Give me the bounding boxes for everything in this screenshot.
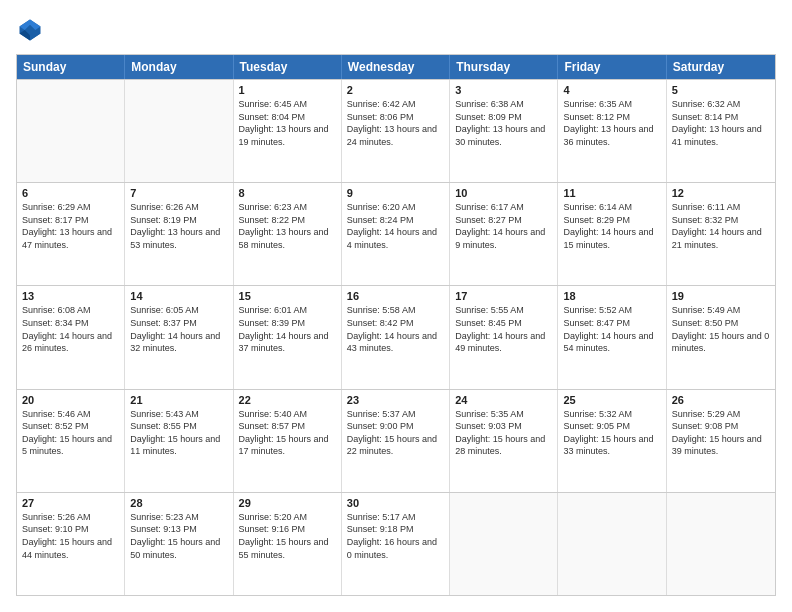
cal-cell-4-2: 21Sunrise: 5:43 AM Sunset: 8:55 PM Dayli… <box>125 390 233 492</box>
day-number: 21 <box>130 394 227 406</box>
day-number: 6 <box>22 187 119 199</box>
cal-cell-1-2 <box>125 80 233 182</box>
cell-detail: Sunrise: 6:05 AM Sunset: 8:37 PM Dayligh… <box>130 304 227 354</box>
day-number: 17 <box>455 290 552 302</box>
cell-detail: Sunrise: 5:43 AM Sunset: 8:55 PM Dayligh… <box>130 408 227 458</box>
week-row-3: 13Sunrise: 6:08 AM Sunset: 8:34 PM Dayli… <box>17 285 775 388</box>
page: SundayMondayTuesdayWednesdayThursdayFrid… <box>0 0 792 612</box>
cell-detail: Sunrise: 5:49 AM Sunset: 8:50 PM Dayligh… <box>672 304 770 354</box>
cell-detail: Sunrise: 5:40 AM Sunset: 8:57 PM Dayligh… <box>239 408 336 458</box>
header-day-tuesday: Tuesday <box>234 55 342 79</box>
day-number: 20 <box>22 394 119 406</box>
day-number: 25 <box>563 394 660 406</box>
day-number: 19 <box>672 290 770 302</box>
cal-cell-1-3: 1Sunrise: 6:45 AM Sunset: 8:04 PM Daylig… <box>234 80 342 182</box>
cell-detail: Sunrise: 5:29 AM Sunset: 9:08 PM Dayligh… <box>672 408 770 458</box>
day-number: 13 <box>22 290 119 302</box>
cal-cell-5-7 <box>667 493 775 595</box>
cell-detail: Sunrise: 6:26 AM Sunset: 8:19 PM Dayligh… <box>130 201 227 251</box>
cell-detail: Sunrise: 6:11 AM Sunset: 8:32 PM Dayligh… <box>672 201 770 251</box>
cal-cell-4-7: 26Sunrise: 5:29 AM Sunset: 9:08 PM Dayli… <box>667 390 775 492</box>
cell-detail: Sunrise: 5:32 AM Sunset: 9:05 PM Dayligh… <box>563 408 660 458</box>
cell-detail: Sunrise: 5:23 AM Sunset: 9:13 PM Dayligh… <box>130 511 227 561</box>
cal-cell-4-4: 23Sunrise: 5:37 AM Sunset: 9:00 PM Dayli… <box>342 390 450 492</box>
logo <box>16 16 48 44</box>
cal-cell-2-6: 11Sunrise: 6:14 AM Sunset: 8:29 PM Dayli… <box>558 183 666 285</box>
day-number: 9 <box>347 187 444 199</box>
cal-cell-3-7: 19Sunrise: 5:49 AM Sunset: 8:50 PM Dayli… <box>667 286 775 388</box>
cal-cell-5-5 <box>450 493 558 595</box>
cal-cell-3-6: 18Sunrise: 5:52 AM Sunset: 8:47 PM Dayli… <box>558 286 666 388</box>
cal-cell-5-1: 27Sunrise: 5:26 AM Sunset: 9:10 PM Dayli… <box>17 493 125 595</box>
cell-detail: Sunrise: 6:42 AM Sunset: 8:06 PM Dayligh… <box>347 98 444 148</box>
header-day-monday: Monday <box>125 55 233 79</box>
week-row-2: 6Sunrise: 6:29 AM Sunset: 8:17 PM Daylig… <box>17 182 775 285</box>
cal-cell-2-4: 9Sunrise: 6:20 AM Sunset: 8:24 PM Daylig… <box>342 183 450 285</box>
day-number: 2 <box>347 84 444 96</box>
header-day-thursday: Thursday <box>450 55 558 79</box>
day-number: 12 <box>672 187 770 199</box>
cell-detail: Sunrise: 6:38 AM Sunset: 8:09 PM Dayligh… <box>455 98 552 148</box>
cell-detail: Sunrise: 5:17 AM Sunset: 9:18 PM Dayligh… <box>347 511 444 561</box>
header-day-saturday: Saturday <box>667 55 775 79</box>
cell-detail: Sunrise: 6:20 AM Sunset: 8:24 PM Dayligh… <box>347 201 444 251</box>
cal-cell-3-1: 13Sunrise: 6:08 AM Sunset: 8:34 PM Dayli… <box>17 286 125 388</box>
cal-cell-2-5: 10Sunrise: 6:17 AM Sunset: 8:27 PM Dayli… <box>450 183 558 285</box>
day-number: 11 <box>563 187 660 199</box>
day-number: 22 <box>239 394 336 406</box>
cal-cell-5-4: 30Sunrise: 5:17 AM Sunset: 9:18 PM Dayli… <box>342 493 450 595</box>
cal-cell-1-1 <box>17 80 125 182</box>
cal-cell-4-5: 24Sunrise: 5:35 AM Sunset: 9:03 PM Dayli… <box>450 390 558 492</box>
week-row-1: 1Sunrise: 6:45 AM Sunset: 8:04 PM Daylig… <box>17 79 775 182</box>
calendar-body: 1Sunrise: 6:45 AM Sunset: 8:04 PM Daylig… <box>17 79 775 595</box>
cell-detail: Sunrise: 5:46 AM Sunset: 8:52 PM Dayligh… <box>22 408 119 458</box>
cal-cell-4-6: 25Sunrise: 5:32 AM Sunset: 9:05 PM Dayli… <box>558 390 666 492</box>
cal-cell-3-5: 17Sunrise: 5:55 AM Sunset: 8:45 PM Dayli… <box>450 286 558 388</box>
cal-cell-1-7: 5Sunrise: 6:32 AM Sunset: 8:14 PM Daylig… <box>667 80 775 182</box>
cell-detail: Sunrise: 5:55 AM Sunset: 8:45 PM Dayligh… <box>455 304 552 354</box>
day-number: 18 <box>563 290 660 302</box>
day-number: 23 <box>347 394 444 406</box>
cal-cell-5-2: 28Sunrise: 5:23 AM Sunset: 9:13 PM Dayli… <box>125 493 233 595</box>
week-row-5: 27Sunrise: 5:26 AM Sunset: 9:10 PM Dayli… <box>17 492 775 595</box>
cal-cell-5-3: 29Sunrise: 5:20 AM Sunset: 9:16 PM Dayli… <box>234 493 342 595</box>
cell-detail: Sunrise: 6:14 AM Sunset: 8:29 PM Dayligh… <box>563 201 660 251</box>
day-number: 3 <box>455 84 552 96</box>
cal-cell-4-3: 22Sunrise: 5:40 AM Sunset: 8:57 PM Dayli… <box>234 390 342 492</box>
logo-icon <box>16 16 44 44</box>
header <box>16 16 776 44</box>
day-number: 7 <box>130 187 227 199</box>
day-number: 26 <box>672 394 770 406</box>
calendar-header-row: SundayMondayTuesdayWednesdayThursdayFrid… <box>17 55 775 79</box>
header-day-sunday: Sunday <box>17 55 125 79</box>
cell-detail: Sunrise: 6:01 AM Sunset: 8:39 PM Dayligh… <box>239 304 336 354</box>
day-number: 30 <box>347 497 444 509</box>
cell-detail: Sunrise: 5:35 AM Sunset: 9:03 PM Dayligh… <box>455 408 552 458</box>
day-number: 29 <box>239 497 336 509</box>
day-number: 14 <box>130 290 227 302</box>
cal-cell-2-2: 7Sunrise: 6:26 AM Sunset: 8:19 PM Daylig… <box>125 183 233 285</box>
cal-cell-2-3: 8Sunrise: 6:23 AM Sunset: 8:22 PM Daylig… <box>234 183 342 285</box>
cell-detail: Sunrise: 5:58 AM Sunset: 8:42 PM Dayligh… <box>347 304 444 354</box>
cal-cell-1-4: 2Sunrise: 6:42 AM Sunset: 8:06 PM Daylig… <box>342 80 450 182</box>
cal-cell-2-7: 12Sunrise: 6:11 AM Sunset: 8:32 PM Dayli… <box>667 183 775 285</box>
cell-detail: Sunrise: 6:23 AM Sunset: 8:22 PM Dayligh… <box>239 201 336 251</box>
cal-cell-1-6: 4Sunrise: 6:35 AM Sunset: 8:12 PM Daylig… <box>558 80 666 182</box>
cell-detail: Sunrise: 5:26 AM Sunset: 9:10 PM Dayligh… <box>22 511 119 561</box>
day-number: 16 <box>347 290 444 302</box>
cell-detail: Sunrise: 5:37 AM Sunset: 9:00 PM Dayligh… <box>347 408 444 458</box>
calendar: SundayMondayTuesdayWednesdayThursdayFrid… <box>16 54 776 596</box>
day-number: 5 <box>672 84 770 96</box>
cal-cell-3-3: 15Sunrise: 6:01 AM Sunset: 8:39 PM Dayli… <box>234 286 342 388</box>
week-row-4: 20Sunrise: 5:46 AM Sunset: 8:52 PM Dayli… <box>17 389 775 492</box>
cal-cell-3-4: 16Sunrise: 5:58 AM Sunset: 8:42 PM Dayli… <box>342 286 450 388</box>
day-number: 8 <box>239 187 336 199</box>
cell-detail: Sunrise: 5:20 AM Sunset: 9:16 PM Dayligh… <box>239 511 336 561</box>
day-number: 4 <box>563 84 660 96</box>
header-day-wednesday: Wednesday <box>342 55 450 79</box>
cal-cell-1-5: 3Sunrise: 6:38 AM Sunset: 8:09 PM Daylig… <box>450 80 558 182</box>
cell-detail: Sunrise: 5:52 AM Sunset: 8:47 PM Dayligh… <box>563 304 660 354</box>
cal-cell-5-6 <box>558 493 666 595</box>
cell-detail: Sunrise: 6:45 AM Sunset: 8:04 PM Dayligh… <box>239 98 336 148</box>
day-number: 15 <box>239 290 336 302</box>
